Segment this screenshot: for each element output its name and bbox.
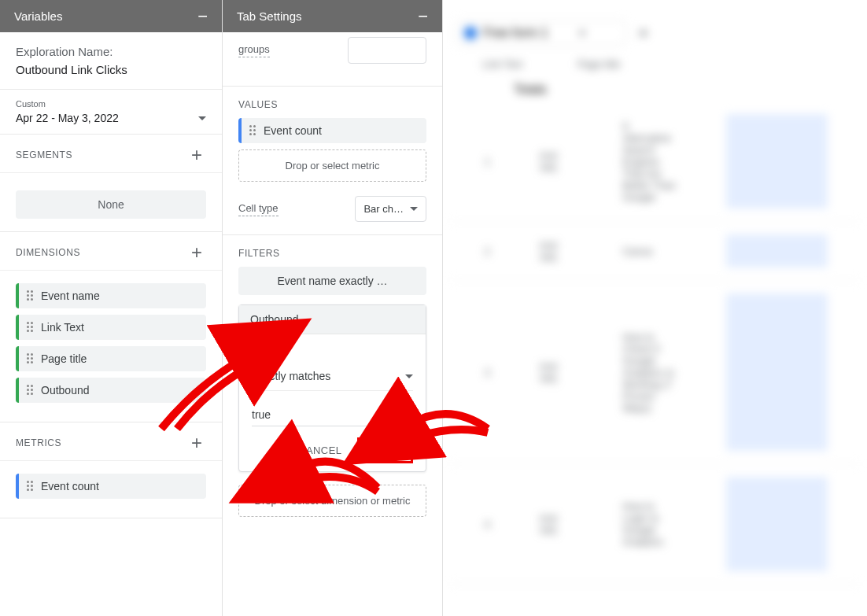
bar-cell — [726, 293, 828, 451]
filter-value-input[interactable] — [252, 402, 413, 426]
add-dimension-icon[interactable]: + — [187, 243, 206, 262]
add-tab-icon[interactable]: + — [634, 24, 653, 42]
metric-chip[interactable]: Event count — [16, 474, 206, 499]
filters-drop-zone[interactable]: Drop or select dimension or metric — [238, 485, 426, 517]
table-row: 2 (not set) Canva — [451, 222, 859, 281]
date-preset-badge: Custom — [16, 99, 206, 109]
chevron-down-icon — [410, 207, 418, 211]
filter-editor-card: Outbound Filter exactly matches CANCEL A… — [238, 304, 426, 472]
row-cell: (not set) — [540, 512, 575, 536]
table-row: 3 (not set) How to Check if Google Analy… — [451, 281, 859, 464]
check-icon — [464, 27, 477, 39]
segments-none-chip[interactable]: None — [16, 190, 206, 219]
bar-cell — [726, 114, 828, 208]
row-cell: How to Check if Google Analytics Is Work… — [622, 331, 678, 414]
dimension-chip[interactable]: Outbound — [16, 378, 206, 403]
add-segment-icon[interactable]: + — [187, 146, 206, 164]
exploration-name-value[interactable]: Outbound Link Clicks — [16, 63, 206, 76]
row-cell: Canva — [622, 245, 678, 257]
row-cell: (not set) — [540, 149, 575, 173]
drag-handle-icon — [27, 481, 35, 492]
drag-handle-icon — [27, 322, 35, 333]
add-metric-icon[interactable]: + — [187, 433, 206, 452]
row-number: 1 — [482, 156, 493, 168]
drag-handle-icon — [27, 290, 35, 301]
col-header: Page title — [577, 58, 620, 70]
dimension-chip[interactable]: Link Text — [16, 315, 206, 340]
cancel-button[interactable]: CANCEL — [292, 440, 348, 461]
dimension-chip-label: Event name — [41, 290, 100, 302]
metrics-section-header: METRICS + — [0, 422, 222, 461]
tab-freeform[interactable]: Free form 1 — [456, 20, 626, 46]
dimension-chip[interactable]: Event name — [16, 283, 206, 308]
variables-panel: Variables − Exploration Name: Outbound L… — [0, 0, 223, 616]
totals-label: Totals — [451, 78, 859, 101]
variables-title: Variables — [14, 9, 62, 23]
row-cell: (not set) — [540, 239, 575, 263]
value-chip-label: Event count — [264, 124, 322, 137]
tab-label: Free form 1 — [483, 26, 548, 40]
row-cell: 9 Alternative Search Engines That Are Be… — [622, 120, 678, 203]
row-number: 4 — [482, 518, 493, 530]
row-groups-count-box[interactable] — [348, 37, 426, 64]
metric-chip-label: Event count — [41, 480, 99, 492]
settings-title: Tab Settings — [237, 9, 302, 23]
date-range-value: Apr 22 - May 3, 2022 — [16, 112, 119, 124]
values-drop-zone[interactable]: Drop or select metric — [238, 149, 426, 182]
row-groups-label: groups — [238, 43, 270, 57]
filters-title: FILTERS — [238, 248, 426, 259]
filter-existing-chip[interactable]: Event name exactly … — [238, 267, 426, 295]
cell-type-select[interactable]: Bar ch… — [355, 196, 426, 222]
drag-handle-icon — [249, 125, 257, 136]
dimension-chip-label: Link Text — [41, 321, 84, 334]
drag-handle-icon — [27, 385, 35, 396]
date-range-section[interactable]: Custom Apr 22 - May 3, 2022 — [0, 90, 222, 135]
row-number: 3 — [482, 367, 493, 378]
values-title: VALUES — [238, 99, 426, 110]
dimensions-title: DIMENSIONS — [16, 247, 80, 258]
value-chip[interactable]: Event count — [238, 118, 426, 143]
cell-type-value: Bar ch… — [363, 203, 404, 215]
row-cell: How to Login to Google Analytics — [622, 500, 678, 548]
dimension-chip-label: Page title — [41, 352, 87, 365]
tab-settings-panel: Tab Settings − groups VALUES Event count… — [223, 0, 443, 616]
settings-header: Tab Settings − — [223, 0, 442, 32]
chevron-down-icon — [198, 116, 206, 120]
exploration-name-section: Exploration Name: Outbound Link Clicks — [0, 32, 222, 90]
bar-cell — [726, 477, 828, 571]
exploration-name-label: Exploration Name: — [16, 45, 206, 58]
cell-type-label: Cell type — [238, 202, 279, 216]
row-number: 2 — [482, 245, 493, 257]
segments-title: SEGMENTS — [16, 149, 72, 160]
apply-button[interactable]: APPLY — [357, 437, 413, 463]
row-cell: (not set) — [540, 360, 575, 384]
table-row: 4 (not set) How to Login to Google Analy… — [451, 464, 859, 585]
table-row: 1 (not set) 9 Alternative Search Engines… — [451, 101, 859, 222]
dimension-chip[interactable]: Page title — [16, 346, 206, 371]
segments-section-header: SEGMENTS + — [0, 135, 222, 173]
metrics-title: METRICS — [16, 437, 61, 448]
variables-header: Variables − — [0, 0, 222, 32]
filter-match-type-select[interactable]: exactly matches — [252, 365, 413, 391]
chevron-down-icon — [578, 31, 586, 35]
col-header: Link Text — [482, 58, 522, 70]
dimension-chip-label: Outbound — [41, 384, 90, 397]
filter-label: Filter — [252, 345, 413, 357]
bar-cell — [726, 234, 828, 267]
filter-dimension-name: Outbound — [239, 305, 426, 334]
dimensions-section-header: DIMENSIONS + — [0, 232, 222, 271]
exploration-canvas: Free form 1 + Link Text Page title Total… — [443, 0, 867, 616]
filter-match-type-value: exactly matches — [252, 370, 330, 382]
drag-handle-icon — [27, 353, 35, 364]
chevron-down-icon — [405, 374, 413, 378]
